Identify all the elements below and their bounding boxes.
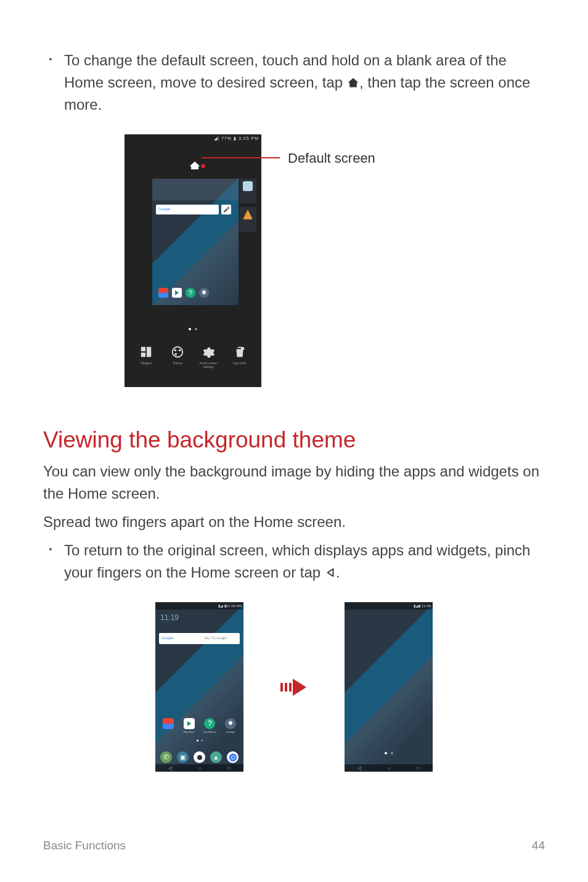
- clock-widget: 11:19: [160, 613, 179, 622]
- bullet-text-part2: .: [336, 564, 340, 581]
- recent-icon: □: [227, 766, 231, 771]
- status-bar: ◢𝗅 77% ▮ 3:25 PM: [125, 134, 261, 143]
- nav-bar: ◁ ○ □: [345, 764, 433, 772]
- bullet-marker: [49, 548, 52, 550]
- settings-icon: [225, 718, 236, 729]
- tool-label: Home screen settings: [194, 361, 223, 369]
- camera-icon: [194, 751, 205, 763]
- preview-apps-row: ?: [158, 288, 209, 298]
- app: Play Store: [181, 718, 197, 733]
- figure-spread-pinch: ▮◢ ▮11:19 AM 11:19 Google Say "Ok Google…: [43, 602, 545, 772]
- nav-bar: ◁ ○ □: [155, 764, 243, 772]
- svg-rect-13: [280, 683, 283, 692]
- play-store-icon: [184, 718, 195, 729]
- bullet-text: To return to the original screen, which …: [64, 539, 545, 584]
- theme-button[interactable]: Theme: [163, 345, 192, 383]
- bullet-text: To change the default screen, touch and …: [64, 49, 545, 116]
- side-panel: [239, 179, 256, 232]
- tool-label: Widgets: [131, 361, 161, 365]
- settings-icon: [199, 288, 209, 298]
- back-icon: [325, 562, 336, 573]
- play-store-icon: [172, 288, 182, 298]
- svg-point-12: [231, 756, 234, 759]
- quickmemo-icon: ?: [186, 288, 195, 298]
- phone-mock-before: ▮◢ ▮11:19 AM 11:19 Google Say "Ok Google…: [155, 602, 243, 772]
- page-indicator: [345, 746, 433, 757]
- bullet-change-default-screen: To change the default screen, touch and …: [43, 49, 545, 116]
- page-number: 44: [532, 839, 545, 852]
- widgets-button[interactable]: Widgets: [131, 345, 161, 383]
- callout-line: [202, 157, 280, 158]
- page-footer: Basic Functions 44: [43, 839, 545, 852]
- phone-mock-1: ◢𝗅 77% ▮ 3:25 PM Google 🎤 ?: [125, 134, 261, 387]
- bullet-return-original: To return to the original screen, which …: [43, 539, 545, 584]
- home-icon: ○: [388, 766, 391, 771]
- home-screen-preview: Google 🎤 ?: [152, 179, 239, 305]
- gallery-icon: ▲: [210, 751, 222, 763]
- back-icon: ◁: [357, 766, 361, 771]
- quickmemo-icon: ?: [204, 718, 215, 729]
- trash-icon: [233, 345, 247, 359]
- chrome-icon: [227, 751, 239, 763]
- widget-icon: [243, 181, 253, 191]
- app: ?QuickMemo: [202, 718, 218, 733]
- home-icon: [189, 160, 200, 170]
- phone-icon: ✆: [160, 751, 172, 763]
- status-bar: ▮◢ ▮11:19 AM: [155, 602, 243, 610]
- google-label: Google: [161, 636, 173, 644]
- app-icon: [163, 718, 174, 729]
- app-trash-button[interactable]: App trash: [225, 345, 255, 383]
- svg-point-8: [241, 347, 245, 351]
- section-heading: Viewing the background theme: [43, 427, 545, 453]
- google-search-bar: Google Say "Ok Google": [159, 633, 240, 644]
- page-indicator: [125, 322, 261, 333]
- google-hint: Say "Ok Google": [205, 636, 240, 644]
- phone-mock-after: ▮◢▮ 11:49 ◁ ○ □: [345, 602, 433, 772]
- google-search-bar: Google: [156, 205, 219, 214]
- svg-rect-1: [141, 347, 145, 351]
- figure-default-screen: ◢𝗅 77% ▮ 3:25 PM Google 🎤 ?: [125, 134, 463, 390]
- edit-toolbar: Widgets Theme Home screen settings App t…: [125, 340, 261, 383]
- callout-dot: [201, 164, 205, 168]
- tool-label: Theme: [163, 361, 192, 365]
- status-bar: ▮◢▮ 11:49: [345, 602, 433, 610]
- body-paragraph-1: You can view only the background image b…: [43, 460, 545, 505]
- svg-point-7: [174, 353, 177, 356]
- gear-icon: [202, 345, 215, 359]
- page-indicator: [155, 733, 243, 744]
- screen-preview-area: Google 🎤 ?: [125, 143, 261, 340]
- mic-icon: 🎤: [221, 205, 231, 214]
- body-paragraph-2: Spread two fingers apart on the Home scr…: [43, 511, 545, 533]
- footer-section: Basic Functions: [43, 839, 126, 852]
- warning-icon: [243, 210, 253, 219]
- svg-rect-3: [141, 353, 145, 357]
- messaging-icon: ▣: [177, 751, 189, 763]
- svg-point-6: [179, 349, 181, 351]
- svg-rect-14: [285, 683, 287, 692]
- dock: ✆ ▣ ▲: [160, 751, 239, 763]
- home-icon: ○: [198, 766, 202, 771]
- widget-preview: [239, 179, 256, 203]
- recent-icon: □: [417, 766, 420, 771]
- home-settings-button[interactable]: Home screen settings: [194, 345, 223, 383]
- app: Settings: [223, 718, 239, 733]
- svg-rect-15: [289, 683, 292, 692]
- callout-label: Default screen: [288, 150, 375, 166]
- widget-preview: [239, 207, 256, 232]
- theme-icon: [171, 345, 184, 359]
- svg-rect-2: [147, 347, 151, 357]
- back-icon: ◁: [168, 766, 172, 771]
- app-icon: [158, 288, 168, 298]
- widgets-icon: [139, 345, 153, 359]
- tool-label: App trash: [225, 361, 255, 365]
- svg-point-5: [174, 349, 176, 351]
- arrow-icon: [280, 677, 308, 697]
- bullet-text-part1: To return to the original screen, which …: [64, 542, 530, 581]
- app: [160, 718, 176, 733]
- svg-point-4: [173, 347, 183, 357]
- home-icon: [347, 73, 359, 85]
- apps-row: Play Store ?QuickMemo Settings: [160, 718, 239, 733]
- bullet-marker: [49, 58, 52, 60]
